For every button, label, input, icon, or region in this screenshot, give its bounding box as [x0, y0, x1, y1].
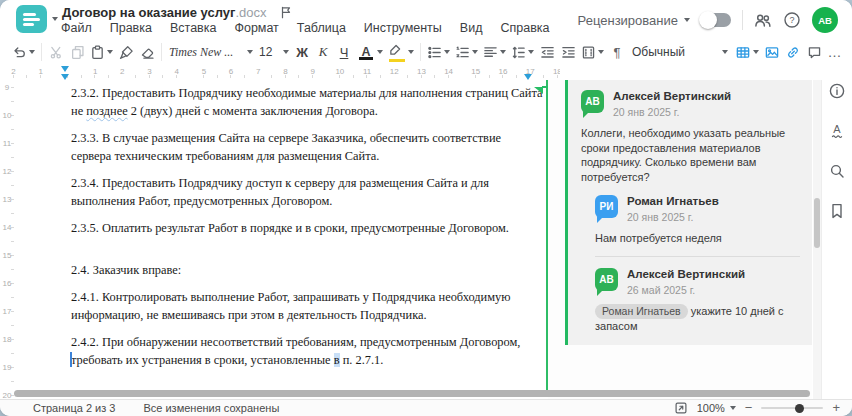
comment-text: Роман Игнатьев укажите 10 дней с запасом — [595, 304, 800, 334]
zoom-slider-knob[interactable] — [795, 404, 804, 413]
highlighter-icon — [388, 43, 406, 61]
divider — [742, 10, 743, 30]
menu-item[interactable]: Правка — [110, 21, 152, 35]
save-status: Все изменения сохранены — [143, 402, 279, 414]
ruler-number: 5 — [190, 66, 217, 78]
zoom-out-button[interactable]: − — [745, 403, 753, 413]
menu-item[interactable]: Таблица — [297, 21, 346, 35]
menu-item[interactable]: Вставка — [170, 21, 216, 35]
font-family-select[interactable]: Times New ... — [166, 45, 256, 60]
chevron-down-icon — [247, 50, 253, 54]
chevron-down-icon — [500, 50, 506, 54]
menu-item[interactable]: Инструменты — [364, 21, 442, 35]
paragraph-style-value: Обычный — [632, 45, 685, 59]
text-cursor — [70, 352, 72, 367]
fit-page-icon[interactable] — [674, 401, 688, 415]
ruler-number: 2 — [109, 66, 136, 78]
menu-item[interactable]: Вид — [460, 21, 483, 35]
clear-format-button[interactable] — [137, 41, 157, 63]
more-tools-button[interactable]: … — [828, 44, 843, 60]
line-spacing-button[interactable] — [509, 41, 536, 63]
vertical-scrollbar[interactable] — [813, 80, 821, 399]
review-toggle[interactable] — [701, 13, 731, 27]
document-text-area[interactable]: 2.3.2. Предоставить Подрядчику необходим… — [71, 84, 543, 378]
collaboration-users-icon[interactable] — [754, 12, 772, 29]
ruler-number: 12 — [381, 66, 408, 78]
increase-indent-button[interactable] — [558, 41, 578, 63]
font-size-select[interactable]: 12 — [257, 45, 291, 59]
ruler-number: 13 — [408, 66, 435, 78]
chevron-down-icon — [472, 50, 478, 54]
ruler-number: 8 — [272, 66, 299, 78]
font-color-button[interactable]: А — [355, 41, 385, 63]
paste-button[interactable] — [88, 41, 115, 63]
insert-link-button[interactable] — [783, 41, 803, 63]
app-menu-caret-icon[interactable] — [52, 17, 58, 21]
zoom-in-button[interactable]: + — [832, 403, 840, 413]
undo-button[interactable] — [10, 41, 37, 63]
comment-bubble-icon — [807, 45, 822, 60]
page-margins-button[interactable] — [579, 41, 606, 63]
zoom-slider[interactable] — [761, 407, 823, 409]
ruler-number: 13 — [0, 186, 14, 214]
comment-thread-card[interactable]: АВ Алексей Вертинский 20 янв 2025 г. Кол… — [565, 80, 812, 345]
underline-button[interactable]: Ч — [334, 45, 354, 60]
search-icon[interactable] — [828, 162, 846, 180]
horizontal-ruler: 21123456789101112131415161718 — [0, 66, 560, 80]
chevron-down-icon — [444, 50, 450, 54]
info-icon[interactable] — [828, 82, 846, 100]
italic-button[interactable]: К — [313, 44, 333, 60]
copy-button[interactable] — [67, 41, 87, 63]
flag-icon[interactable] — [279, 5, 293, 20]
bullet-list-button[interactable] — [425, 41, 452, 63]
eraser-icon — [140, 45, 155, 60]
insert-comment-button[interactable] — [804, 41, 824, 63]
menu-item[interactable]: Файл — [61, 21, 92, 35]
divider — [420, 43, 421, 61]
format-painter-button[interactable] — [116, 41, 136, 63]
ruler-number: 18 — [0, 326, 14, 354]
user-avatar[interactable]: АВ — [812, 7, 838, 33]
ruler-number: 14 — [0, 214, 14, 242]
paragraph: 2.3.5. Оплатить результат Работ в порядк… — [71, 219, 543, 237]
chevron-down-icon — [408, 50, 414, 54]
document-title: Договор на оказание услуг — [62, 5, 235, 20]
bookmark-icon[interactable] — [828, 202, 846, 220]
chevron-down-icon — [722, 50, 728, 54]
decrease-indent-button[interactable] — [537, 41, 557, 63]
horizontal-scrollbar[interactable] — [14, 390, 810, 397]
paste-icon — [90, 45, 105, 60]
document-extension: .docx — [235, 5, 266, 20]
comment-author: Алексей Вертинский — [613, 90, 731, 103]
review-mode-dropdown[interactable]: Рецензирование — [578, 13, 690, 28]
comment-reply[interactable]: АВ Алексей Вертинский 26 май 2025 г. Ром… — [595, 268, 800, 334]
help-icon[interactable]: ? — [783, 11, 801, 29]
menu-item[interactable]: Формат — [234, 21, 278, 35]
comment-reply[interactable]: РИ Роман Игнатьев 20 янв 2025 г. Нам пот… — [595, 195, 800, 246]
paragraph-style-select[interactable]: Обычный — [628, 45, 732, 59]
align-button[interactable] — [481, 41, 508, 63]
zoom-level-dropdown[interactable]: 100% — [697, 402, 736, 414]
ruler-number: 1 — [82, 66, 109, 78]
ruler-number: 18 — [544, 66, 560, 78]
first-line-indent-marker[interactable] — [61, 66, 69, 72]
menu-item[interactable]: Справка — [500, 21, 549, 35]
numbered-list-icon — [455, 45, 470, 60]
cut-button[interactable] — [46, 41, 66, 63]
spellcheck-icon[interactable]: А — [828, 122, 846, 140]
comment-author: Алексей Вертинский — [627, 268, 745, 281]
divider — [161, 43, 162, 61]
chevron-down-icon — [283, 50, 289, 54]
numbered-list-button[interactable] — [453, 41, 480, 63]
ruler-number: 2 — [0, 66, 27, 78]
bold-button[interactable]: Ж — [292, 45, 312, 60]
ruler-number: 20 — [0, 382, 14, 399]
highlight-color-button[interactable] — [386, 41, 416, 63]
ruler-number: 1 — [27, 66, 54, 78]
insert-table-button[interactable] — [733, 41, 761, 63]
insert-image-button[interactable] — [762, 41, 782, 63]
ruler-number: 10 — [0, 102, 14, 130]
app-logo-icon[interactable] — [16, 5, 47, 33]
formatting-marks-button[interactable]: ¶ — [614, 45, 621, 60]
scrollbar-thumb[interactable] — [814, 198, 820, 248]
